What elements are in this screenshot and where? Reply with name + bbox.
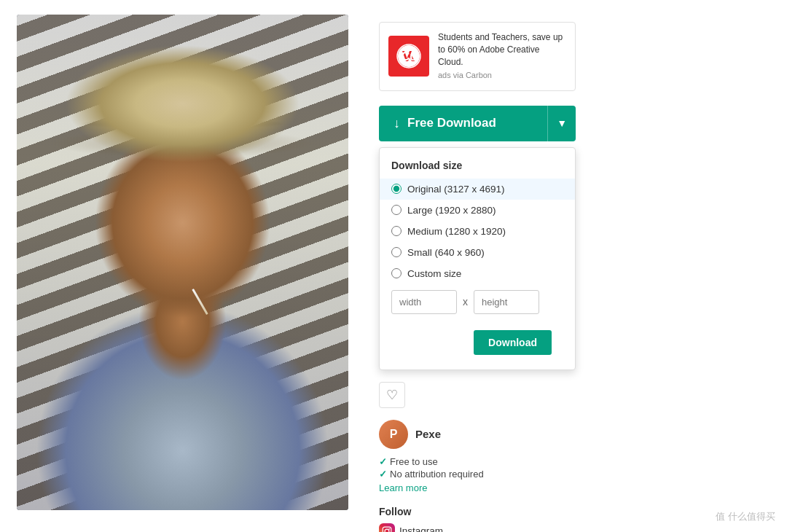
free-download-label: Free Download (407, 116, 496, 130)
heart-icon: ♡ (386, 387, 398, 403)
ad-source: ads via Carbon (438, 70, 566, 81)
action-row: ♡ (379, 382, 772, 408)
favorite-button[interactable]: ♡ (379, 382, 405, 408)
dropdown-arrow-icon: ▼ (557, 117, 567, 129)
size-radio-medium[interactable] (391, 226, 402, 236)
svg-point-3 (385, 529, 389, 532)
ad-main-text: Students and Teachers, save up to 60% on… (438, 31, 566, 68)
size-label-small: Small (640 x 960) (407, 247, 485, 258)
size-option-small[interactable]: Small (640 x 960) (380, 242, 575, 263)
pexels-section: ✓ Free to use ✓ No attribution required … (379, 456, 772, 494)
ad-text: Students and Teachers, save up to 60% on… (438, 31, 566, 82)
download-dropdown-toggle[interactable]: ▼ (547, 106, 576, 141)
size-option-medium[interactable]: Medium (1280 x 1920) (380, 221, 575, 242)
size-radio-small[interactable] (391, 247, 402, 257)
svg-rect-2 (383, 527, 391, 532)
download-arrow-icon: ↓ (394, 116, 400, 131)
size-option-large[interactable]: Large (1920 x 2880) (380, 200, 575, 221)
photographer-avatar: P (379, 420, 408, 449)
main-photo (17, 15, 348, 510)
photo-area (15, 15, 350, 517)
avatar-initial: P (390, 428, 398, 441)
size-label-custom: Custom size (407, 268, 461, 279)
check-icon-2: ✓ (379, 469, 387, 480)
size-separator: x (463, 296, 468, 308)
learn-more-link[interactable]: Learn more (379, 482, 427, 493)
dropdown-title: Download size (380, 157, 575, 179)
adobe-logo: Cc (388, 36, 429, 77)
size-option-original[interactable]: Original (3127 x 4691) (380, 179, 575, 200)
watermark: 值 什么值得买 (716, 510, 775, 523)
photographer-row: P Pexe (379, 420, 772, 449)
photo-container (17, 15, 348, 510)
instagram-icon (379, 523, 395, 532)
size-radio-original[interactable] (391, 184, 402, 194)
main-layout: Cc Students and Teachers, save up to 60%… (0, 0, 787, 532)
check-icon-1: ✓ (379, 456, 387, 467)
license-line-1: ✓ Free to use (379, 456, 772, 467)
download-btn-group: ↓ Free Download ▼ (379, 106, 576, 141)
custom-size-row: x (380, 284, 575, 317)
instagram-text: Instagram (399, 525, 443, 532)
free-download-button[interactable]: ↓ Free Download (379, 106, 547, 141)
svg-text:Cc: Cc (402, 50, 417, 63)
license-text-1: Free to use (390, 456, 438, 467)
follow-label: Follow (379, 506, 772, 517)
info-area: Cc Students and Teachers, save up to 60%… (379, 15, 772, 517)
width-input[interactable] (391, 290, 457, 314)
license-text-2: No attribution required (390, 469, 484, 480)
size-radio-large[interactable] (391, 205, 402, 215)
size-label-medium: Medium (1280 x 1920) (407, 226, 506, 237)
svg-point-4 (388, 528, 390, 530)
height-input[interactable] (474, 290, 539, 314)
instagram-link[interactable]: Instagram (379, 523, 772, 532)
size-option-custom[interactable]: Custom size (380, 263, 575, 284)
ad-banner[interactable]: Cc Students and Teachers, save up to 60%… (379, 22, 576, 91)
photographer-name: Pexe (415, 428, 441, 440)
download-action-button[interactable]: Download (474, 330, 552, 355)
download-size-dropdown: Download size Original (3127 x 4691) Lar… (379, 147, 576, 370)
size-radio-custom[interactable] (391, 268, 402, 278)
size-label-large: Large (1920 x 2880) (407, 205, 496, 216)
license-line-2: ✓ No attribution required (379, 469, 772, 480)
size-label-original: Original (3127 x 4691) (407, 184, 505, 195)
follow-section: Follow Instagram (379, 506, 772, 532)
